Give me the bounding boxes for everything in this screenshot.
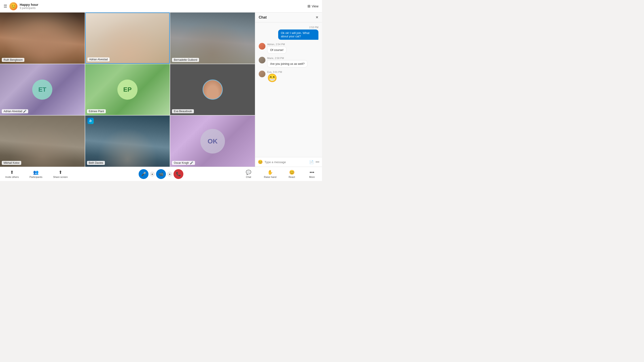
msg-wrapper-adrian: Adrian, 2:54 PM Of course! bbox=[267, 43, 286, 54]
video-cell-bernadette[interactable]: Bernadette Guibord bbox=[170, 12, 255, 64]
main-content: Ruth Bengtsson Adrian Alvestad Bernadett… bbox=[0, 12, 322, 167]
react-icon: 😊 bbox=[289, 170, 295, 175]
emoji-picker-button[interactable]: 😊 bbox=[258, 160, 263, 164]
name-ruth: Ruth Bengtsson bbox=[2, 58, 24, 62]
chat-input-area: 😊 📄 ••• bbox=[255, 157, 322, 167]
chat-more-button[interactable]: ••• bbox=[316, 160, 319, 164]
sender-adrian: Adrian, 2:54 PM bbox=[267, 43, 286, 45]
invite-label: Invite others bbox=[5, 176, 19, 178]
avatar-ok: OK bbox=[200, 129, 225, 153]
app-emoji: 😊 bbox=[11, 3, 16, 9]
hamburger-menu[interactable]: ☰ bbox=[4, 4, 7, 9]
name-adrian-video: Adrian Alvestad bbox=[88, 57, 110, 61]
share-screen-label: Share screen bbox=[53, 176, 68, 178]
participants-icon: 👥 bbox=[33, 170, 39, 175]
bubble-sent-1: Ok ok! I will join. What about your cat? bbox=[278, 29, 318, 40]
video-grid: Ruth Bengtsson Adrian Alvestad Bernadett… bbox=[0, 12, 255, 167]
timestamp-1: 2:53 PM bbox=[259, 26, 318, 28]
video-cell-ep[interactable]: EP Edmee Plant bbox=[85, 64, 170, 115]
video-cell-mikhail[interactable]: Mikhail Kotov bbox=[0, 115, 85, 167]
react-label: React bbox=[289, 176, 295, 178]
sender-eva: Eva, 3:01 PM bbox=[267, 71, 282, 73]
view-label: View bbox=[312, 4, 318, 8]
raise-hand-button[interactable]: ✋ Raise hand bbox=[258, 168, 282, 180]
header: ☰ 😊 Happy hour 9 participants ⊞ View bbox=[0, 0, 322, 12]
chat-button[interactable]: 💬 Chat bbox=[238, 168, 258, 180]
bubble-received-adrian: Of course! bbox=[267, 46, 286, 54]
chat-close-button[interactable]: ✕ bbox=[316, 15, 318, 19]
mic-options-button[interactable]: ▲ bbox=[150, 172, 155, 177]
muted-icon-oscar: 🎤 bbox=[190, 161, 193, 164]
more-button[interactable]: ••• More bbox=[302, 168, 322, 180]
more-label: More bbox=[309, 176, 314, 178]
video-button[interactable]: 📹 bbox=[156, 169, 166, 179]
header-title: Happy hour 9 participants bbox=[20, 3, 38, 9]
avatar-et: ET bbox=[32, 79, 52, 100]
msg-wrapper-marie: Marie, 2:58 PM Are you joining us as wel… bbox=[267, 57, 308, 67]
avatar-ep: EP bbox=[118, 79, 138, 100]
video-cell-adrian[interactable]: Adrian Alvestad bbox=[85, 12, 170, 64]
meeting-title: Happy hour bbox=[20, 3, 38, 6]
video-cell-et[interactable]: ET Adrian Alvestad 🎤 bbox=[0, 64, 85, 115]
avatar-adrian-chat bbox=[259, 43, 266, 50]
react-button[interactable]: 😊 React bbox=[282, 168, 302, 180]
name-mikhail: Mikhail Kotov bbox=[2, 161, 21, 165]
video-cell-beth[interactable]: b Beth Davies bbox=[85, 115, 170, 167]
raise-hand-icon: ✋ bbox=[268, 170, 273, 175]
share-screen-button[interactable]: ⬆ Share screen bbox=[48, 168, 73, 180]
avatar-eva-chat bbox=[259, 71, 266, 77]
video-cell-eva[interactable]: Eva Beaudouin bbox=[170, 64, 255, 115]
toolbar-left: ⬆ Invite others 👥 Participants ⬆ Share s… bbox=[0, 168, 73, 180]
toolbar: ⬆ Invite others 👥 Participants ⬆ Share s… bbox=[0, 167, 322, 181]
grid-icon: ⊞ bbox=[308, 4, 310, 8]
raise-hand-label: Raise hand bbox=[264, 176, 276, 178]
message-adrian: Adrian, 2:54 PM Of course! bbox=[259, 43, 318, 54]
chat-title: Chat bbox=[259, 15, 267, 19]
share-screen-icon: ⬆ bbox=[58, 170, 62, 175]
header-left: ☰ 😊 Happy hour 9 participants bbox=[4, 2, 38, 10]
toolbar-right: 💬 Chat ✋ Raise hand 😊 React ••• More bbox=[238, 168, 322, 180]
muted-icon-et: 🎤 bbox=[23, 110, 26, 113]
chat-header: Chat ✕ bbox=[255, 12, 322, 22]
attach-file-button[interactable]: 📄 bbox=[309, 160, 314, 164]
bubble-emoji-eva: 😁 bbox=[267, 74, 282, 82]
name-beth: Beth Davies bbox=[87, 161, 105, 165]
invite-others-button[interactable]: ⬆ Invite others bbox=[0, 168, 24, 180]
invite-icon: ⬆ bbox=[10, 170, 14, 175]
chat-messages: 2:53 PM Ok ok! I will join. What about y… bbox=[255, 22, 322, 157]
avatar-marie-chat bbox=[259, 57, 266, 63]
video-cell-oscar[interactable]: OK Oscar Krogh 🎤 bbox=[170, 115, 255, 167]
message-marie: Marie, 2:58 PM Are you joining us as wel… bbox=[259, 57, 318, 67]
chat-panel: Chat ✕ 2:53 PM Ok ok! I will join. What … bbox=[255, 12, 322, 167]
chat-label: Chat bbox=[246, 176, 251, 178]
toolbar-center: 🎤 ▲ 📹 ▲ 📞 bbox=[139, 169, 183, 179]
participants-button[interactable]: 👥 Participants bbox=[24, 168, 48, 180]
more-icon: ••• bbox=[310, 170, 314, 175]
video-options-button[interactable]: ▲ bbox=[167, 172, 172, 177]
end-call-button[interactable]: 📞 bbox=[174, 169, 183, 179]
participants-label: Participants bbox=[30, 176, 42, 178]
video-cell-ruth[interactable]: Ruth Bengtsson bbox=[0, 12, 85, 64]
chat-icon: 💬 bbox=[246, 170, 251, 175]
eva-profile-pic bbox=[202, 79, 223, 100]
name-eva: Eva Beaudouin bbox=[172, 109, 194, 113]
chat-message-input[interactable] bbox=[264, 160, 308, 164]
message-eva-emoji: Eva, 3:01 PM 😁 bbox=[259, 71, 318, 82]
sender-marie: Marie, 2:58 PM bbox=[267, 57, 308, 59]
bubble-received-marie: Are you joining us as well? bbox=[267, 60, 308, 67]
name-ep: Edmee Plant bbox=[87, 109, 106, 113]
name-oscar: Oscar Krogh 🎤 bbox=[172, 161, 195, 165]
message-sent-1: 2:53 PM Ok ok! I will join. What about y… bbox=[259, 26, 318, 40]
name-bernadette: Bernadette Guibord bbox=[172, 58, 199, 62]
view-toggle[interactable]: ⊞ View bbox=[308, 4, 318, 8]
mic-button[interactable]: 🎤 bbox=[139, 169, 148, 179]
app-icon: 😊 bbox=[10, 2, 18, 10]
msg-wrapper-eva: Eva, 3:01 PM 😁 bbox=[267, 71, 282, 82]
name-et: Adrian Alvestad 🎤 bbox=[2, 109, 28, 113]
participant-count: 9 participants bbox=[20, 6, 38, 9]
